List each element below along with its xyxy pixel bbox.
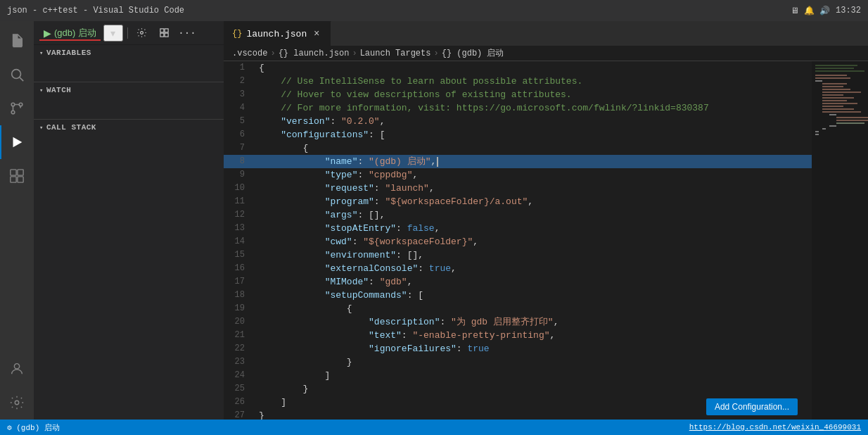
svg-rect-25 — [822, 89, 850, 90]
svg-rect-36 — [836, 120, 868, 121]
status-debug-label: ⚙ (gdb) 启动 — [7, 422, 60, 433]
svg-rect-8 — [11, 177, 16, 182]
debug-play-container: ▶ (gdb) 启动 — [39, 25, 101, 41]
code-line: 9 "type": "cppdbg", — [224, 168, 812, 182]
svg-point-11 — [15, 401, 19, 405]
svg-rect-39 — [822, 128, 826, 130]
watch-section: ▾ WATCH — [34, 82, 224, 119]
activity-debug-icon[interactable] — [0, 125, 34, 159]
line-number: 7 — [224, 141, 252, 155]
line-number: 11 — [224, 195, 252, 208]
svg-rect-6 — [11, 170, 16, 175]
watch-chevron: ▾ — [39, 87, 44, 94]
line-number: 18 — [224, 289, 252, 302]
line-number: 4 — [224, 101, 252, 115]
code-line: 23 } — [224, 355, 812, 369]
watch-label: WATCH — [46, 86, 72, 94]
svg-rect-26 — [822, 92, 861, 93]
watch-header[interactable]: ▾ WATCH — [34, 82, 224, 98]
callstack-section: ▾ CALL STACK — [34, 119, 224, 420]
debug-toolbar: ▶ (gdb) 启动 ▾ ··· — [34, 21, 224, 45]
breadcrumb-vscode: .vscode — [232, 49, 267, 58]
activity-extensions-icon[interactable] — [0, 159, 34, 193]
line-content: } — [252, 409, 264, 420]
svg-rect-34 — [829, 114, 836, 115]
code-lines: 1{2 // Use IntelliSense to learn about p… — [224, 61, 812, 420]
add-configuration-button[interactable]: Add Configuration... — [706, 398, 798, 415]
debug-add-config-icon[interactable] — [155, 25, 174, 42]
editor-with-minimap: 1{2 // Use IntelliSense to learn about p… — [224, 61, 868, 420]
line-number: 3 — [224, 88, 252, 101]
activity-search-icon[interactable] — [0, 58, 34, 92]
svg-rect-28 — [822, 97, 854, 99]
debug-more-icon[interactable]: ··· — [177, 25, 197, 42]
line-number: 24 — [224, 369, 252, 382]
svg-rect-20 — [815, 75, 847, 76]
variables-header[interactable]: ▾ VARIABLES — [34, 45, 224, 61]
line-content: } — [252, 355, 352, 369]
line-content: "text": "-enable-pretty-printing", — [252, 329, 555, 342]
activity-settings-icon[interactable] — [0, 386, 34, 420]
line-number: 15 — [224, 248, 252, 262]
debug-play-button[interactable]: ▶ (gdb) 启动 — [39, 25, 101, 41]
line-number: 14 — [224, 235, 252, 248]
svg-rect-14 — [165, 29, 169, 32]
line-content: "description": "为 gdb 启用整齐打印", — [252, 315, 559, 329]
debug-settings-icon[interactable] — [132, 25, 152, 42]
line-content: "type": "cppdbg", — [252, 168, 418, 182]
toolbar-separator — [127, 27, 128, 39]
activity-account-icon[interactable] — [0, 352, 34, 386]
svg-rect-24 — [822, 86, 843, 87]
line-number: 10 — [224, 182, 252, 195]
line-content: "ignoreFailures": true — [252, 342, 490, 355]
breadcrumb-file: {} launch.json — [279, 49, 350, 58]
code-line: 17 "MIMode": "gdb", — [224, 275, 812, 289]
svg-rect-38 — [829, 125, 836, 127]
line-content: { — [252, 61, 264, 75]
line-number: 17 — [224, 275, 252, 289]
line-number: 6 — [224, 128, 252, 141]
code-line: 22 "ignoreFailures": true — [224, 342, 812, 355]
line-number: 21 — [224, 329, 252, 342]
svg-rect-17 — [815, 65, 857, 66]
activity-explorer-icon[interactable] — [0, 24, 34, 58]
code-line: 16 "externalConsole": true, — [224, 262, 812, 275]
line-number: 1 — [224, 61, 252, 75]
status-bar-left: ⚙ (gdb) 启动 — [7, 422, 60, 433]
callstack-content — [34, 135, 224, 156]
svg-point-10 — [14, 364, 19, 369]
activity-git-icon[interactable] — [0, 92, 34, 125]
tab-launch-json[interactable]: {} launch.json × — [224, 21, 331, 46]
line-content: { — [252, 302, 352, 315]
title-bar-right: 🖥 🔔 🔊 13:32 — [791, 6, 861, 16]
svg-rect-18 — [815, 68, 854, 69]
code-line: 19 { — [224, 302, 812, 315]
tab-file-icon: {} — [232, 29, 242, 39]
breadcrumb: .vscode › {} launch.json › Launch Target… — [224, 46, 868, 61]
code-line: 18 "setupCommands": [ — [224, 289, 812, 302]
status-link[interactable]: https://blog.csdn.net/weixin_46699031 — [689, 423, 861, 431]
code-line: 3 // Hover to view descriptions of exist… — [224, 88, 812, 101]
variables-chevron: ▾ — [39, 49, 44, 57]
debug-dropdown-button[interactable]: ▾ — [103, 25, 123, 42]
code-line: 10 "request": "launch", — [224, 182, 812, 195]
clock: 13:32 — [836, 6, 861, 15]
play-icon: ▶ — [44, 27, 51, 39]
line-content: // For more information, visit: https://… — [252, 101, 709, 115]
editor-area: {} launch.json × .vscode › {} launch.jso… — [224, 21, 868, 420]
code-editor[interactable]: 1{2 // Use IntelliSense to learn about p… — [224, 61, 812, 420]
system-tray: 🖥 🔔 🔊 — [791, 6, 830, 16]
line-content: "program": "${workspaceFolder}/a.out", — [252, 195, 533, 208]
status-bar: ⚙ (gdb) 启动 https://blog.csdn.net/weixin_… — [0, 420, 868, 435]
svg-point-3 — [11, 111, 15, 114]
debug-config-label: (gdb) 启动 — [54, 27, 96, 39]
callstack-header[interactable]: ▾ CALL STACK — [34, 120, 224, 135]
line-number: 5 — [224, 115, 252, 128]
code-line: 21 "text": "-enable-pretty-printing", — [224, 329, 812, 342]
breadcrumb-sep3: › — [433, 49, 438, 58]
tab-close-button[interactable]: × — [311, 28, 322, 39]
line-content: "args": [], — [252, 208, 385, 222]
svg-rect-13 — [160, 29, 164, 32]
svg-rect-19 — [815, 70, 864, 72]
line-content: "externalConsole": true, — [252, 262, 457, 275]
